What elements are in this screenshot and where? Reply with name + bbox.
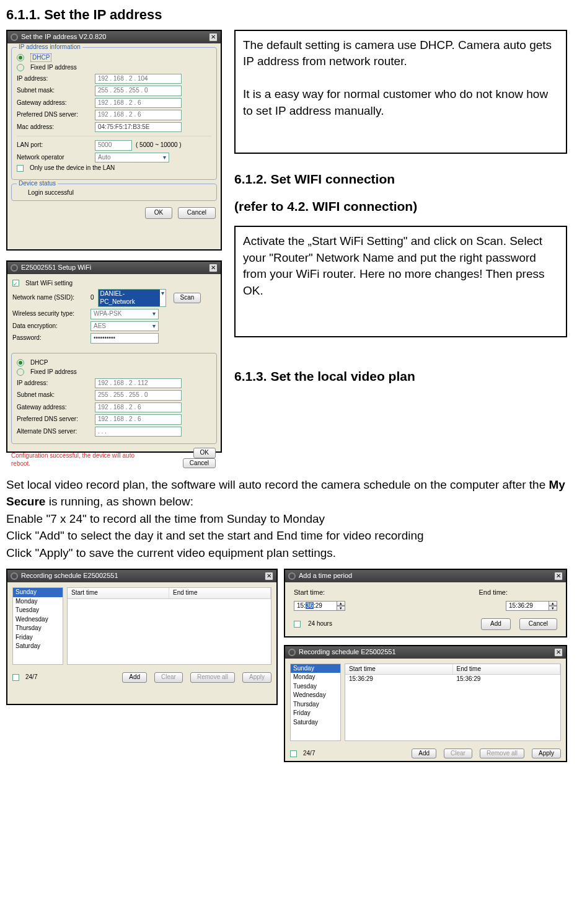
heading-612b: (refer to 4.2. WIFI connection) [234,198,567,215]
table-row[interactable]: 15:36:2915:36:29 [345,675,560,684]
24h-label: 24 hours [308,620,332,628]
cancel-button[interactable]: Cancel [183,458,216,469]
247-checkbox[interactable] [12,674,19,681]
end-time-label: End time: [479,589,508,597]
ok-button[interactable]: OK [193,448,216,458]
spinner-up-icon[interactable]: ▴ [337,601,345,606]
day-item-tuesday[interactable]: Tuesday [13,606,63,615]
add-button[interactable]: Add [481,618,511,630]
add-button[interactable]: Add [122,672,147,683]
cancel-button[interactable]: Cancel [519,618,557,630]
day-item-thursday[interactable]: Thursday [13,624,63,633]
ip-input[interactable]: 192 . 168 . 2 . 112 [95,378,182,389]
day-item-saturday[interactable]: Saturday [13,642,63,651]
day-item-tuesday[interactable]: Tuesday [291,682,340,691]
chevron-down-icon: ▾ [152,322,156,331]
24h-checkbox[interactable] [294,621,301,628]
mac-label: Mac address: [17,123,91,131]
close-icon[interactable]: ✕ [209,264,218,272]
spinner-down-icon[interactable]: ▾ [549,606,557,611]
day-item-saturday[interactable]: Saturday [291,718,340,727]
day-item-thursday[interactable]: Thursday [291,700,340,709]
schedule-b-titlebar: Recording schedule E25002551 ✕ [285,646,566,659]
app-icon [11,33,18,41]
day-listbox[interactable]: Sunday Monday Tuesday Wednesday Thursday… [12,587,63,665]
schedule-dialog-b: Recording schedule E25002551 ✕ Sunday Mo… [284,645,567,763]
day-item-friday[interactable]: Friday [13,633,63,642]
remove-all-button[interactable]: Remove all [190,672,235,683]
subnet-label: Subnet mask: [17,391,91,399]
day-item-wednesday[interactable]: Wednesday [13,615,63,624]
clear-button[interactable]: Clear [154,672,183,683]
alt-dns-input[interactable]: . . . [95,427,182,437]
subnet-label: Subnet mask: [17,87,91,95]
close-icon[interactable]: ✕ [265,572,273,580]
wifi-ip-group: DHCP Fixed IP address IP address:192 . 1… [11,353,217,445]
wifi-dialog-titlebar: E25002551 Setup WiFi ✕ [7,262,221,274]
remove-all-button[interactable]: Remove all [480,749,524,759]
gateway-input[interactable]: 192 . 168 . 2 . 6 [95,402,182,413]
mac-input[interactable]: 04:75:F5:17:B3:5E [95,122,182,133]
apply-button[interactable]: Apply [242,672,271,683]
device-status-group-label: Device status [17,180,58,188]
start-wifi-checkbox[interactable] [12,280,19,287]
device-status-group: Device status Login successful [11,184,217,202]
clear-button[interactable]: Clear [444,749,472,759]
time-table: Start timeEnd time 15:36:2915:36:29 [345,664,561,741]
fixed-ip-radio[interactable] [17,368,24,376]
encryption-select[interactable]: AES▾ [90,321,159,332]
password-input[interactable]: •••••••••• [90,333,159,344]
add-button[interactable]: Add [412,749,436,759]
schedule-a-title: Recording schedule E25002551 [21,572,118,579]
add-time-titlebar: Add a time period ✕ [285,570,566,582]
schedule-b-title: Recording schedule E25002551 [299,648,396,655]
spinner-down-icon[interactable]: ▾ [337,606,345,611]
wifi-dialog-title: E25002551 Setup WiFi [21,264,91,271]
ip-info-group-label: IP address information [17,43,82,51]
dns-label: Preferred DNS server: [17,415,91,424]
fixed-ip-radio[interactable] [17,64,24,71]
247-label: 24/7 [303,750,315,758]
lan-only-label: Only use the device in the LAN [30,164,115,172]
dhcp-radio[interactable] [17,359,24,366]
close-icon[interactable]: ✕ [554,572,563,580]
gateway-input[interactable]: 192 . 168 . 2 . 6 [95,98,182,109]
lanport-input[interactable]: 5000 [95,140,132,151]
ip-dialog-title: Set the IP address V2.0.820 [21,33,106,40]
lan-only-checkbox[interactable] [17,165,24,172]
netop-select[interactable]: Auto▾ [95,153,169,163]
apply-button[interactable]: Apply [532,749,561,759]
scan-button[interactable]: Scan [174,293,201,303]
dhcp-radio[interactable] [17,54,24,61]
cancel-button[interactable]: Cancel [178,207,216,219]
ip-input[interactable]: 192 . 168 . 2 . 104 [95,74,182,84]
247-checkbox[interactable] [290,750,297,757]
security-type-label: Wireless security type: [12,310,87,318]
dhcp-note-panel: The default setting is camera use DHCP. … [234,30,567,154]
subnet-input[interactable]: 255 . 255 . 255 . 0 [95,390,182,401]
add-time-title: Add a time period [299,572,352,579]
spinner-up-icon[interactable]: ▴ [549,601,557,606]
day-item-monday[interactable]: Monday [13,597,63,606]
close-icon[interactable]: ✕ [554,648,563,657]
end-time-input[interactable]: 15:36:29 ▴▾ [506,601,557,611]
day-item-monday[interactable]: Monday [291,673,340,682]
ok-button[interactable]: OK [145,207,172,219]
start-time-input[interactable]: 15:36:29 ▴▾ [294,601,345,611]
dns-label: Preferred DNS server: [17,111,91,119]
day-item-sunday[interactable]: Sunday [13,588,63,597]
close-icon[interactable]: ✕ [209,33,218,42]
wifi-status-message: Configuration successful, the device wil… [7,451,150,469]
chevron-down-icon: ▾ [160,290,165,306]
day-item-sunday[interactable]: Sunday [291,664,340,673]
day-item-friday[interactable]: Friday [291,709,340,718]
plan-paragraphs: Set local video record plan, the softwar… [6,476,567,562]
start-wifi-label: Start WiFi setting [25,280,73,288]
subnet-input[interactable]: 255 . 255 . 255 . 0 [95,86,182,96]
dns-input[interactable]: 192 . 168 . 2 . 6 [95,110,182,120]
day-listbox[interactable]: Sunday Monday Tuesday Wednesday Thursday… [290,664,341,741]
security-select[interactable]: WPA-PSK▾ [90,309,159,319]
day-item-wednesday[interactable]: Wednesday [291,691,340,700]
ssid-select[interactable]: DANIEL-PC_Network▾ [98,289,166,307]
dns-input[interactable]: 192 . 168 . 2 . 6 [95,414,182,425]
